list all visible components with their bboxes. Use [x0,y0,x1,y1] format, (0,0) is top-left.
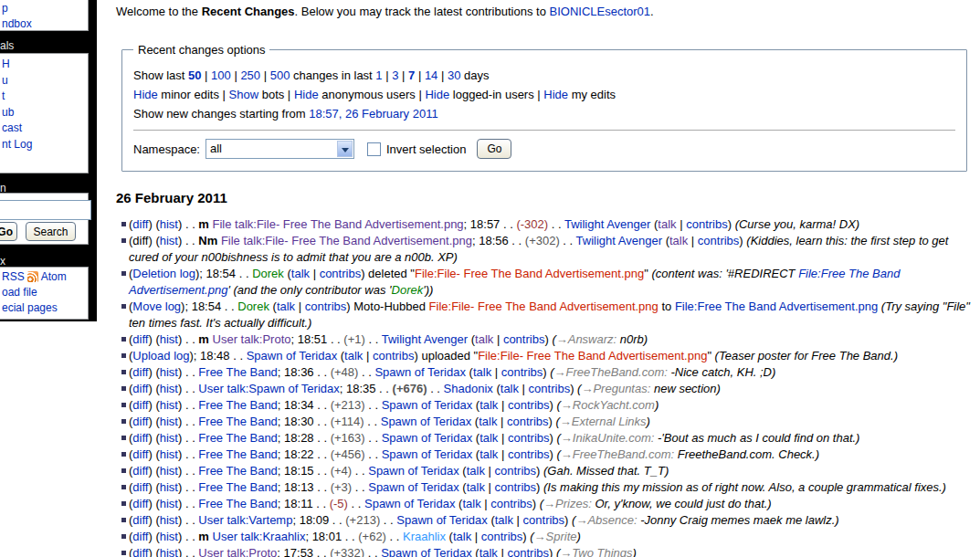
link[interactable]: File:Free The Band Advertisement.png [675,300,878,313]
link[interactable]: Hide [543,88,568,101]
link[interactable]: 500 [270,68,290,82]
link[interactable]: contribs [523,513,565,527]
sidebar-link[interactable]: t [2,89,5,102]
link[interactable]: Spawn of Teridax [368,480,459,494]
link[interactable]: contribs [320,267,362,280]
link[interactable]: Twilight Avenger [576,234,662,247]
link[interactable]: hist [160,332,178,346]
sidebar-item[interactable]: nt Log [2,137,88,153]
link[interactable]: Shadonix [444,382,493,395]
link[interactable]: hist [160,546,178,557]
link[interactable]: User talk:Vartemp [198,513,292,527]
link[interactable]: Free The Band [198,447,277,461]
link[interactable]: hist [160,365,178,379]
link[interactable]: contribs [507,546,549,557]
link[interactable]: diff [132,415,148,428]
sidebar-item[interactable]: t [2,89,88,105]
link[interactable]: contribs [686,217,728,231]
link[interactable]: Dorek [237,300,269,313]
link[interactable]: hist [160,398,178,412]
link[interactable]: talk [475,332,493,346]
link[interactable]: Hide [133,88,158,101]
sidebar-link[interactable]: u [2,74,8,87]
link[interactable]: Free The Band [198,464,277,478]
go-button[interactable]: Go [477,139,511,159]
sidebar-link[interactable]: ecial pages [2,301,58,314]
search-input[interactable] [0,200,91,220]
link[interactable]: File talk:File- Free The Band Advertisem… [221,234,472,247]
link[interactable]: 18:57, 26 February 2011 [309,107,437,121]
link[interactable]: File:File- Free The Band Advertisement.p… [478,349,707,363]
link[interactable]: 30 [448,68,460,82]
link[interactable]: 50 [188,68,201,82]
link[interactable]: diff [132,332,148,346]
link[interactable]: hist [160,530,178,543]
link[interactable]: talk [479,546,498,557]
link[interactable]: Upload log [132,349,189,363]
sidebar-item[interactable]: H [2,57,88,73]
link[interactable]: diff [132,365,148,379]
link[interactable]: talk [473,365,491,379]
link[interactable]: diff [132,513,148,527]
link[interactable]: talk [501,382,519,395]
link[interactable]: talk [658,217,676,231]
link[interactable]: 250 [240,68,260,82]
link[interactable]: talk [462,497,480,510]
link[interactable]: Free The Band [198,480,277,494]
link[interactable]: diff [132,530,148,543]
link[interactable]: RSS [2,270,25,283]
link[interactable]: talk [479,398,498,412]
sidebar-link[interactable]: nt Log [2,138,32,151]
chevron-down-icon[interactable] [337,141,353,157]
link[interactable]: File:File- Free The Band Advertisement.p… [415,267,644,280]
link[interactable]: Spawn of Teridax [381,546,472,557]
link[interactable]: talk [467,480,485,494]
sidebar-item[interactable]: oad file [2,285,88,300]
link[interactable]: contribs [507,415,549,428]
sidebar-item[interactable]: ub [2,105,88,121]
link[interactable]: User talk:Kraahlix [213,530,306,543]
sidebar-item[interactable]: ndbox [2,16,88,32]
link[interactable]: User talk:Spawn of Teridax [198,382,339,395]
link[interactable]: hist [160,217,178,231]
sidebar-link[interactable]: ndbox [2,17,32,30]
link[interactable]: diff [132,217,148,231]
link[interactable]: User talk:Proto [213,332,291,346]
link[interactable]: Hide [294,88,319,101]
link[interactable]: diff [132,546,148,557]
link[interactable]: 1 [375,68,382,82]
link[interactable]: talk [479,415,497,428]
link[interactable]: BIONICLEsector01 [550,5,651,18]
link[interactable]: talk [291,267,310,280]
link[interactable]: Twilight Avenger [564,217,650,231]
link[interactable]: talk [669,234,688,247]
link[interactable]: diff [132,398,148,412]
link[interactable]: talk [277,300,295,313]
link[interactable]: contribs [373,349,415,363]
link[interactable]: hist [160,464,178,478]
sidebar-item[interactable]: cast [2,121,88,137]
link[interactable]: hist [160,431,178,445]
link[interactable]: talk [479,447,498,461]
link[interactable]: Spawn of Teridax [382,431,473,445]
link[interactable]: hist [160,234,178,247]
link[interactable]: Deletion log [132,267,195,280]
link[interactable]: contribs [490,497,532,510]
link[interactable]: 100 [211,68,231,82]
sidebar-item[interactable]: ecial pages [2,300,88,316]
link[interactable]: Move log [132,300,181,313]
link[interactable]: hist [160,497,178,510]
link[interactable]: Free The Band [198,398,277,412]
link[interactable]: hist [160,382,178,395]
link[interactable]: Hide [425,88,449,101]
invert-selection-checkbox[interactable] [367,142,381,156]
link[interactable]: Spawn of Teridax [374,365,466,379]
link[interactable]: Spawn of Teridax [396,513,488,527]
link[interactable]: Free The Band [198,431,277,445]
link[interactable]: Spawn of Teridax [364,497,456,510]
link[interactable]: Spawn of Teridax [382,398,473,412]
link[interactable]: hist [160,415,178,428]
sidebar-link[interactable]: ub [2,106,14,119]
link[interactable]: diff [132,382,148,395]
link[interactable]: Spawn of Teridax [382,447,473,461]
